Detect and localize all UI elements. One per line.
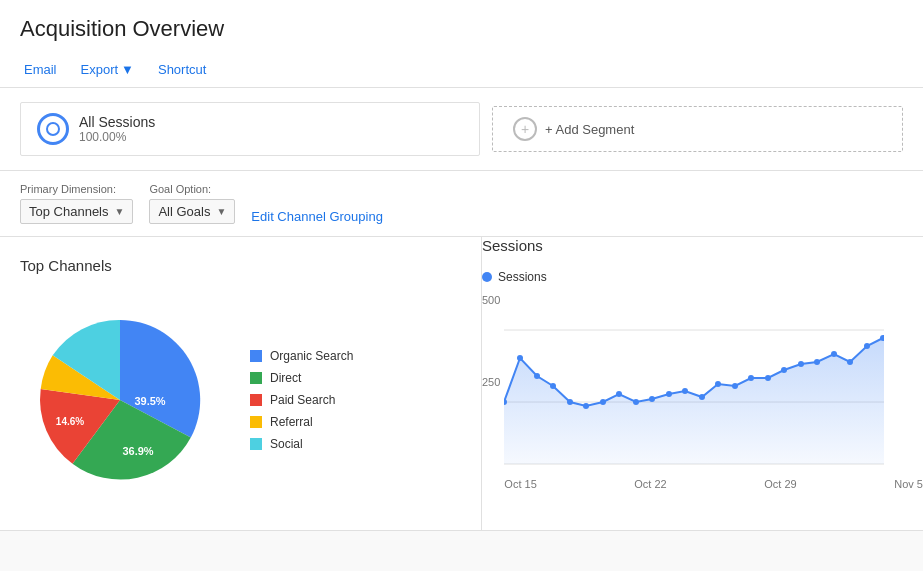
goal-option-label: Goal Option: xyxy=(149,183,235,195)
goal-option-arrow-icon: ▼ xyxy=(216,206,226,217)
svg-point-26 xyxy=(831,351,837,357)
svg-point-18 xyxy=(699,394,705,400)
bottom-bar xyxy=(0,531,923,571)
top-channels-title: Top Channels xyxy=(20,257,461,274)
top-channels-panel: Top Channels xyxy=(0,237,482,530)
x-label-oct29: Oct 29 xyxy=(764,478,796,490)
svg-point-7 xyxy=(517,355,523,361)
svg-point-11 xyxy=(583,403,589,409)
sessions-legend: Sessions xyxy=(482,270,923,284)
goal-option-select[interactable]: All Goals ▼ xyxy=(149,199,235,224)
sessions-legend-label: Sessions xyxy=(498,270,547,284)
svg-point-21 xyxy=(748,375,754,381)
x-axis-labels: Oct 15 Oct 22 Oct 29 Nov 5 xyxy=(504,474,923,490)
svg-point-24 xyxy=(798,361,804,367)
all-sessions-segment: All Sessions 100.00% xyxy=(20,102,480,156)
x-label-oct15: Oct 15 xyxy=(504,478,536,490)
primary-dimension-label: Primary Dimension: xyxy=(20,183,133,195)
primary-dimension-arrow-icon: ▼ xyxy=(115,206,125,217)
add-segment-button[interactable]: + + Add Segment xyxy=(492,106,903,152)
svg-point-12 xyxy=(600,399,606,405)
svg-point-14 xyxy=(633,399,639,405)
svg-point-17 xyxy=(682,388,688,394)
svg-point-10 xyxy=(567,399,573,405)
page-title: Acquisition Overview xyxy=(20,16,903,42)
svg-text:36.9%: 36.9% xyxy=(122,445,153,457)
sessions-legend-dot xyxy=(482,272,492,282)
sessions-title: Sessions xyxy=(482,237,923,254)
svg-point-25 xyxy=(814,359,820,365)
svg-point-20 xyxy=(732,383,738,389)
sessions-panel: Sessions Sessions 500 250 0 xyxy=(482,237,923,530)
svg-point-16 xyxy=(666,391,672,397)
svg-point-8 xyxy=(534,373,540,379)
svg-point-28 xyxy=(864,343,870,349)
svg-point-19 xyxy=(715,381,721,387)
segment-icon xyxy=(37,113,69,145)
legend-paid-search: Paid Search xyxy=(250,393,353,407)
x-label-oct22: Oct 22 xyxy=(634,478,666,490)
sessions-line-chart xyxy=(504,294,884,474)
y-label-500: 500 xyxy=(482,294,500,306)
legend-social: Social xyxy=(250,437,353,451)
add-segment-label: + Add Segment xyxy=(545,122,634,137)
export-button[interactable]: Export ▼ xyxy=(77,60,138,79)
pie-chart-container: 39.5% 36.9% 14.6% Organic Search Direct … xyxy=(20,290,461,510)
svg-text:39.5%: 39.5% xyxy=(134,395,165,407)
svg-point-22 xyxy=(765,375,771,381)
legend-organic-search: Organic Search xyxy=(250,349,353,363)
add-segment-icon: + xyxy=(513,117,537,141)
svg-point-9 xyxy=(550,383,556,389)
segment-name: All Sessions xyxy=(79,114,155,130)
x-label-nov5: Nov 5 xyxy=(894,478,923,490)
y-label-250: 250 xyxy=(482,376,500,388)
svg-point-13 xyxy=(616,391,622,397)
svg-text:14.6%: 14.6% xyxy=(56,416,84,427)
shortcut-button[interactable]: Shortcut xyxy=(154,60,210,79)
svg-point-23 xyxy=(781,367,787,373)
legend-direct: Direct xyxy=(250,371,353,385)
segment-percentage: 100.00% xyxy=(79,130,155,144)
email-button[interactable]: Email xyxy=(20,60,61,79)
primary-dimension-select[interactable]: Top Channels ▼ xyxy=(20,199,133,224)
legend-referral: Referral xyxy=(250,415,353,429)
edit-channel-grouping-link[interactable]: Edit Channel Grouping xyxy=(251,191,383,224)
pie-legend: Organic Search Direct Paid Search Referr… xyxy=(250,349,353,451)
svg-point-27 xyxy=(847,359,853,365)
pie-chart: 39.5% 36.9% 14.6% xyxy=(20,300,220,500)
export-arrow-icon: ▼ xyxy=(121,62,134,77)
svg-point-15 xyxy=(649,396,655,402)
